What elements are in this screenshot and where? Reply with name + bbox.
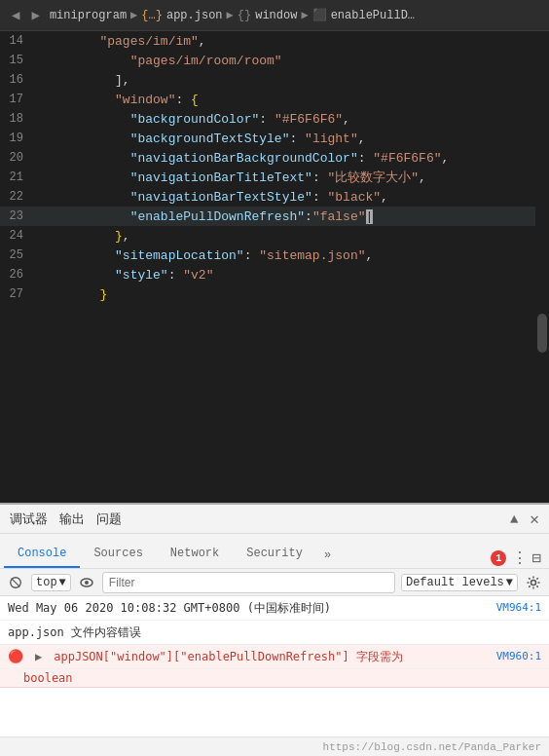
console-output[interactable]: Wed May 06 2020 10:08:32 GMT+0800 (中国标准时… <box>0 596 549 737</box>
tab-sources[interactable]: Sources <box>80 541 156 568</box>
line-num-26: 26 <box>0 268 39 282</box>
tab-console[interactable]: Console <box>4 541 80 568</box>
svg-point-4 <box>531 580 536 585</box>
error-detail: boolean <box>0 669 549 688</box>
status-url: https://blog.csdn.net/Panda_Parker <box>323 741 541 753</box>
line-num-19: 19 <box>0 132 39 145</box>
devtools-label-output[interactable]: 输出 <box>59 510 85 528</box>
line-num-25: 25 <box>0 248 39 262</box>
line-num-27: 27 <box>0 287 39 301</box>
line-num-22: 22 <box>0 190 39 204</box>
devtools-menu-icon[interactable]: ⋮ <box>512 548 528 568</box>
code-lines: 14 "pages/im/im", 15 "pages/im/room/room… <box>0 31 549 503</box>
console-timestamp-text: Wed May 06 2020 10:08:32 GMT+0800 (中国标准时… <box>8 599 489 617</box>
line-num-16: 16 <box>0 73 39 87</box>
line-num-21: 21 <box>0 170 39 184</box>
forward-button[interactable]: ▶ <box>27 5 43 25</box>
console-error-text: appJSON["window"]["enablePullDownRefresh… <box>54 648 488 665</box>
breadcrumb-json-icon: {…} <box>141 9 163 22</box>
tab-network[interactable]: Network <box>157 541 233 568</box>
breadcrumb-window: window <box>255 9 297 22</box>
svg-line-1 <box>12 578 20 586</box>
breadcrumb-enablepull: enablePullD… <box>331 9 415 22</box>
context-selector[interactable]: top ▼ <box>31 574 71 591</box>
ban-icon[interactable] <box>6 573 25 592</box>
devtools-label-issues[interactable]: 问题 <box>96 510 122 528</box>
status-bar: https://blog.csdn.net/Panda_Parker <box>0 737 549 756</box>
error-expand-icon[interactable]: ▶ <box>35 648 42 665</box>
breadcrumb-prop-icon: ⬛ <box>312 8 327 22</box>
tab-security[interactable]: Security <box>233 541 316 568</box>
line-num-14: 14 <box>0 34 39 48</box>
title-bar: ◀ ▶ miniprogram ▶ {…} app.json ▶ {} wind… <box>0 0 549 31</box>
filter-input[interactable] <box>102 572 395 593</box>
gear-icon[interactable] <box>524 573 543 592</box>
levels-arrow: ▼ <box>506 576 513 589</box>
line-num-23: 23 <box>0 209 39 223</box>
devtools-dock-icon[interactable]: ⊟ <box>531 548 541 568</box>
line-27: 27 } <box>0 284 549 304</box>
line-content-27: } <box>39 273 549 317</box>
devtools-panel: 调试器 输出 问题 ▲ ✕ Console Sources Network Se… <box>0 503 549 756</box>
breadcrumb-miniprogram: miniprogram <box>50 9 127 22</box>
back-button[interactable]: ◀ <box>8 5 23 25</box>
console-apperror-text: app.json 文件内容错误 <box>8 624 541 641</box>
console-line-apperror: app.json 文件内容错误 <box>0 621 549 645</box>
line-num-24: 24 <box>0 229 39 243</box>
svg-point-3 <box>85 581 89 585</box>
context-label: top <box>36 576 57 589</box>
breadcrumb-sep-2: ▶ <box>227 8 234 22</box>
console-link-2[interactable]: VM960:1 <box>496 648 541 665</box>
eye-icon[interactable] <box>77 573 96 592</box>
console-link-1[interactable]: VM964:1 <box>496 599 541 617</box>
breadcrumb-sep-3: ▶ <box>301 8 308 22</box>
breadcrumb: miniprogram ▶ {…} app.json ▶ {} window ▶… <box>50 8 541 22</box>
nav-buttons: ◀ ▶ <box>8 5 44 25</box>
breadcrumb-sep-1: ▶ <box>130 8 137 22</box>
line-num-18: 18 <box>0 112 39 126</box>
devtools-close-icon[interactable]: ✕ <box>530 510 539 529</box>
line-num-20: 20 <box>0 151 39 165</box>
tab-overflow[interactable]: » <box>316 543 339 568</box>
devtools-expand-icon[interactable]: ▲ <box>510 511 518 527</box>
devtools-label-debugger[interactable]: 调试器 <box>10 510 48 528</box>
levels-select[interactable]: Default levels ▼ <box>401 574 518 591</box>
console-line-timestamp: Wed May 06 2020 10:08:32 GMT+0800 (中国标准时… <box>0 596 549 621</box>
console-line-error: 🔴 ▶ appJSON["window"]["enablePullDownRef… <box>0 645 549 669</box>
breadcrumb-obj-icon: {} <box>238 9 251 22</box>
devtools-top-bar: 调试器 输出 问题 ▲ ✕ <box>0 505 549 534</box>
line-num-17: 17 <box>0 93 39 106</box>
devtools-toolbar: top ▼ Default levels ▼ <box>0 569 549 596</box>
context-arrow: ▼ <box>59 576 66 589</box>
code-editor[interactable]: 14 "pages/im/im", 15 "pages/im/room/room… <box>0 31 549 503</box>
breadcrumb-appjson: app.json <box>166 9 223 22</box>
devtools-tabs: Console Sources Network Security » 1 ⋮ ⊟ <box>0 534 549 569</box>
editor-scrollbar[interactable] <box>535 31 549 503</box>
error-circle-icon: 🔴 <box>8 648 23 665</box>
line-num-15: 15 <box>0 54 39 67</box>
error-badge: 1 <box>491 550 506 566</box>
scrollbar-thumb[interactable] <box>537 314 547 353</box>
levels-label: Default levels <box>406 576 504 589</box>
